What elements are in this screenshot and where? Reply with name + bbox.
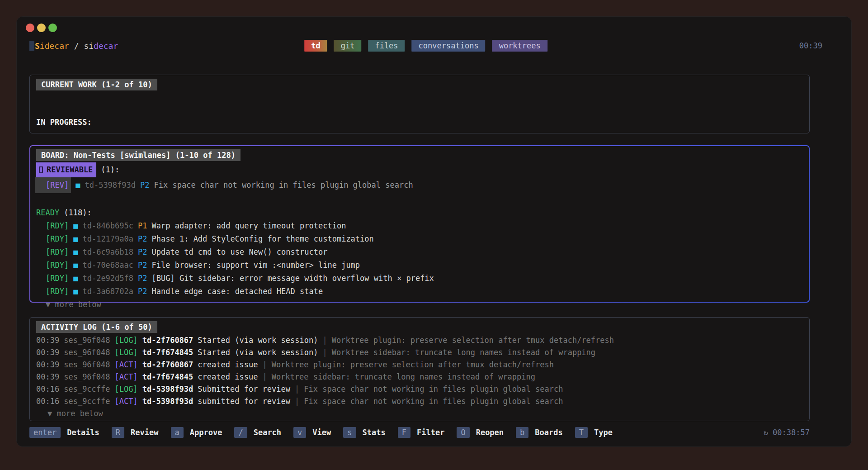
shortcut-approve: aApprove [171, 427, 222, 438]
key-F[interactable]: F [398, 427, 410, 438]
key-R[interactable]: R [112, 427, 124, 438]
tab-worktrees[interactable]: worktrees [492, 40, 547, 52]
issue-id: td-5398f93d [85, 179, 136, 192]
current-work-title: CURRENT WORK (1-2 of 10) [36, 79, 157, 90]
log-issue-id: td-2f760867 [142, 334, 193, 347]
priority-badge: P2 [140, 179, 149, 192]
activity-row[interactable]: 00:39ses_96f048[ACT]td-7f674845created i… [36, 371, 803, 383]
issue-title: Handle edge case: detached HEAD state [152, 285, 323, 298]
issue-bullet-icon: ■ [73, 246, 78, 259]
priority-badge: P2 [138, 285, 147, 298]
activity-row[interactable]: 00:16ses_9ccffe[LOG]td-5398f93dSubmitted… [36, 383, 803, 395]
issue-id: td-6c9a6b18 [82, 246, 133, 259]
log-issue-id: td-5398f93d [142, 383, 193, 395]
tab-bar: td git files conversations worktrees [304, 40, 547, 52]
log-time: 00:16 [36, 395, 59, 408]
status-badge: [REV] [35, 177, 71, 193]
issue-id: td-3a68702a [82, 285, 133, 298]
app-name: S [35, 41, 40, 51]
activity-row[interactable]: 00:39ses_96f048[ACT]td-2f760867created i… [36, 359, 803, 371]
status-bar: enterDetails RReview aApprove /Search vV… [29, 425, 810, 440]
tab-git[interactable]: git [334, 40, 362, 52]
key-a[interactable]: a [171, 427, 184, 438]
reviewable-count: (1): [101, 163, 119, 176]
issue-id: td-70e68aac [82, 259, 133, 272]
status-badge: [RDY] [46, 272, 69, 285]
board-row[interactable]: [RDY]■td-6c9a6b18P2Update td cmd to use … [36, 246, 803, 259]
log-description: Worktree sidebar: truncate long names in… [332, 347, 595, 359]
ready-count: (118): [64, 206, 91, 219]
minimize-window-icon[interactable] [37, 24, 46, 32]
log-action: created issue [198, 371, 258, 383]
in-progress-label: IN PROGRESS: [36, 118, 803, 127]
log-issue-id: td-7f674845 [142, 371, 193, 383]
close-window-icon[interactable] [26, 24, 34, 32]
issue-bullet-icon: ■ [73, 285, 78, 298]
priority-badge: P2 [138, 272, 147, 285]
key-T[interactable]: T [575, 427, 588, 438]
swimlane-glyph-icon [39, 166, 43, 173]
activity-log-panel: ACTIVITY LOG (1-6 of 50) 00:39ses_96f048… [29, 317, 810, 421]
log-session: ses_96f048 [64, 347, 110, 359]
issue-bullet-icon: ■ [73, 233, 78, 246]
current-work-panel: CURRENT WORK (1-2 of 10) IN PROGRESS: [29, 75, 810, 133]
log-time: 00:16 [36, 383, 59, 395]
board-row[interactable]: [RDY]■td-12179a0aP2Phase 1: Add StyleCon… [36, 233, 803, 246]
issue-bullet-icon: ■ [75, 179, 80, 192]
key-enter[interactable]: enter [29, 427, 61, 438]
tab-files[interactable]: files [368, 40, 405, 52]
issue-title: [BUG] Git sidebar: error message width o… [152, 272, 434, 285]
tab-conversations[interactable]: conversations [412, 40, 486, 52]
board-row[interactable]: [RDY]■td-846b695cP1Warp adapter: add que… [36, 219, 803, 233]
shortcut-reopen: OReopen [457, 427, 504, 438]
board-row[interactable]: [RDY]■td-2e92d5f8P2[BUG] Git sidebar: er… [36, 272, 803, 285]
log-tag: [LOG] [115, 347, 138, 359]
board-row[interactable]: [RDY]■td-3a68702aP2Handle edge case: det… [36, 285, 803, 298]
tab-td[interactable]: td [304, 40, 327, 52]
shortcut-details: enterDetails [29, 427, 99, 438]
breadcrumb-separator: / [74, 41, 79, 51]
board-row-selected[interactable]: [REV]■td-5398f93dP2Fix space char not wo… [36, 177, 803, 193]
key-v[interactable]: v [293, 427, 306, 438]
activity-more-below[interactable]: ▼ more below [36, 408, 803, 420]
activity-row[interactable]: 00:16ses_9ccffe[ACT]td-5398f93dsubmitted… [36, 395, 803, 408]
issue-title: Fix space char not working in files plug… [154, 179, 413, 192]
status-badge: [RDY] [46, 285, 69, 298]
status-badge: [RDY] [46, 219, 69, 233]
key-s[interactable]: s [343, 427, 356, 438]
activity-log-title: ACTIVITY LOG (1-6 of 50) [36, 321, 157, 333]
maximize-window-icon[interactable] [48, 24, 57, 32]
board-row[interactable]: [RDY]■td-70e68aacP2File browser: support… [36, 259, 803, 272]
log-tag: [LOG] [115, 383, 138, 395]
log-time: 00:39 [36, 371, 59, 383]
log-action: created issue [198, 359, 258, 371]
refresh-icon: ↻ [764, 428, 768, 437]
issue-title: Warp adapter: add query timeout protecti… [152, 219, 346, 233]
issue-id: td-12179a0a [82, 233, 133, 246]
key-slash[interactable]: / [234, 427, 247, 438]
issue-title: Update td cmd to use New() constructor [152, 246, 328, 259]
log-action: Submitted for review [198, 383, 290, 395]
refresh-timer: ↻00:38:57 [764, 428, 810, 437]
board-title: BOARD: Non-Tests [swimlanes] (1-10 of 12… [36, 149, 241, 161]
log-action: submitted for review [198, 395, 290, 408]
log-session: ses_96f048 [64, 359, 110, 371]
activity-row[interactable]: 00:39ses_96f048[LOG]td-2f760867Started (… [36, 334, 803, 347]
log-description: Fix space char not working in files plug… [304, 383, 563, 395]
status-badge: [RDY] [46, 233, 69, 246]
shortcut-filter: FFilter [398, 427, 445, 438]
priority-badge: P1 [138, 219, 147, 233]
priority-badge: P2 [138, 259, 147, 272]
key-b[interactable]: b [516, 427, 528, 438]
issue-bullet-icon: ■ [73, 272, 78, 285]
priority-badge: P2 [138, 233, 147, 246]
shortcut-boards: bBoards [516, 427, 563, 438]
board-more-below[interactable]: ▼ more below [36, 298, 803, 311]
issue-id: td-2e92d5f8 [82, 272, 133, 285]
log-time: 00:39 [36, 359, 59, 371]
window-controls [26, 24, 57, 32]
key-O[interactable]: O [457, 427, 469, 438]
log-session: ses_96f048 [64, 371, 110, 383]
activity-row[interactable]: 00:39ses_96f048[LOG]td-7f674845Started (… [36, 347, 803, 359]
issue-id: td-846b695c [82, 219, 133, 233]
